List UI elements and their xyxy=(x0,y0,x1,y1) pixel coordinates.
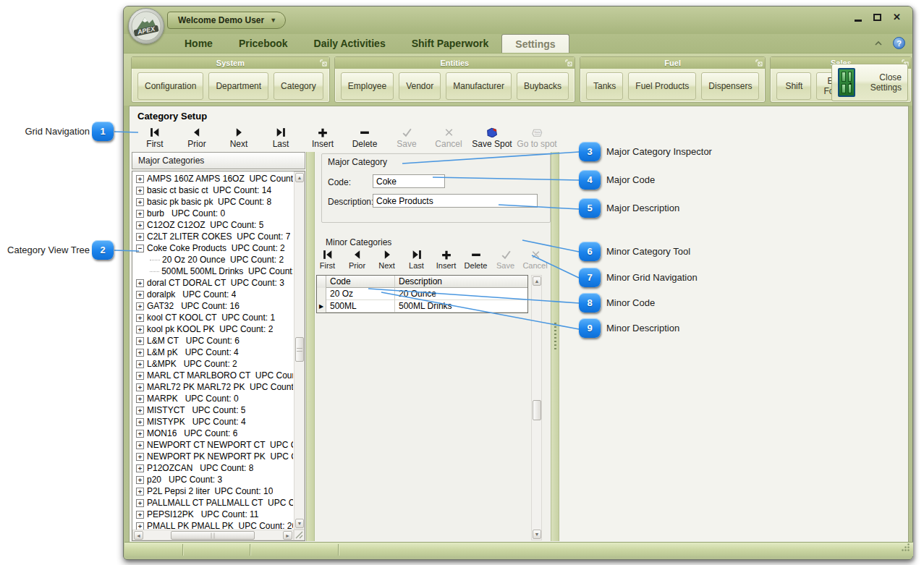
toolbar-button-delete[interactable]: Delete xyxy=(344,125,386,149)
scroll-down-icon[interactable]: ▼ xyxy=(295,519,304,528)
tree-hscroll-thumb[interactable] xyxy=(171,531,255,540)
expand-node-icon[interactable]: + xyxy=(136,326,144,334)
tree-scroll-thumb[interactable] xyxy=(295,337,304,362)
ribbon-button-configuration[interactable]: Configuration xyxy=(137,72,203,100)
tree-item[interactable]: +basic pk basic pk UPC Count: 8 xyxy=(132,196,293,208)
tab-home[interactable]: Home xyxy=(171,34,226,53)
tree-item[interactable]: +PALLMALL CT PALLMALL CT UPC Count: 1 xyxy=(132,497,293,509)
expand-node-icon[interactable]: + xyxy=(136,430,144,438)
expand-node-icon[interactable]: + xyxy=(136,372,144,380)
expand-node-icon[interactable]: + xyxy=(136,522,144,530)
expand-node-icon[interactable]: + xyxy=(136,511,144,519)
tree-item[interactable]: +kool pk KOOL PK UPC Count: 2 xyxy=(132,323,293,335)
ribbon-button-category[interactable]: Category xyxy=(274,72,323,100)
tree-item[interactable]: 500ML 500ML Drinks UPC Count: 0 xyxy=(132,265,293,277)
major-description-input[interactable] xyxy=(373,194,538,208)
collapse-ribbon-button[interactable] xyxy=(871,38,886,49)
close-settings-button[interactable]: Close Settings xyxy=(831,64,908,101)
ribbon-button-buybacks[interactable]: Buybacks xyxy=(517,72,569,100)
left-splitter[interactable] xyxy=(306,152,315,541)
tree-resize-grip[interactable] xyxy=(294,530,305,540)
grid-row[interactable]: 20 Oz20 Ounce xyxy=(317,288,527,300)
dialog-launcher-icon[interactable] xyxy=(320,59,327,67)
expand-node-icon[interactable]: + xyxy=(136,187,144,195)
tree-item[interactable]: +doral CT DORAL CT UPC Count: 3 xyxy=(132,277,293,289)
tree-horizontal-scrollbar[interactable]: ◄ ► xyxy=(132,530,294,540)
tree-item[interactable]: +C2LT 2LITER COKES UPC Count: 7 xyxy=(132,231,293,242)
minor-scroll-thumb[interactable] xyxy=(533,400,541,420)
tree-vertical-scrollbar[interactable]: ▲ ▼ xyxy=(294,171,305,530)
tree-item[interactable]: +P2L Pepsi 2 liter UPC Count: 10 xyxy=(132,485,293,497)
help-button[interactable]: ? xyxy=(893,37,905,49)
toolbar-button-first[interactable]: First xyxy=(313,247,342,270)
grid-cell-code[interactable]: 500ML xyxy=(326,300,395,313)
tree-item[interactable]: −Coke Coke Products UPC Count: 2 xyxy=(132,242,293,254)
toolbar-button-first[interactable]: First xyxy=(134,125,176,149)
expand-node-icon[interactable]: + xyxy=(136,210,144,218)
expand-node-icon[interactable]: + xyxy=(136,418,144,426)
scroll-left-icon[interactable]: ◄ xyxy=(134,531,143,540)
tree-item[interactable]: +C12OZ C12OZ UPC Count: 5 xyxy=(132,219,293,231)
tab-shift-paperwork[interactable]: Shift Paperwork xyxy=(399,34,502,53)
expand-node-icon[interactable]: + xyxy=(136,453,144,461)
minimize-button[interactable] xyxy=(855,14,862,22)
grid-row[interactable]: ▶500ML500ML Drinks xyxy=(317,300,527,313)
expand-node-icon[interactable]: + xyxy=(136,383,144,391)
ribbon-button-tanks[interactable]: Tanks xyxy=(586,72,623,100)
tree-item[interactable]: +MISTYCT UPC Count: 5 xyxy=(132,404,293,416)
scroll-up-icon[interactable]: ▲ xyxy=(533,276,541,286)
ribbon-button-shift[interactable]: Shift xyxy=(776,72,811,100)
expand-node-icon[interactable]: + xyxy=(136,175,144,183)
expand-node-icon[interactable]: + xyxy=(136,198,144,206)
ribbon-button-employee[interactable]: Employee xyxy=(341,72,394,100)
grid-cell-code[interactable]: 20 Oz xyxy=(326,288,395,300)
expand-node-icon[interactable]: + xyxy=(136,360,144,368)
tree-item[interactable]: +MON16 UPC Count: 6 xyxy=(132,428,293,439)
scroll-up-icon[interactable]: ▲ xyxy=(295,173,304,182)
expand-node-icon[interactable]: + xyxy=(136,279,144,287)
tree-item[interactable]: +MARL72 PK MARL72 PK UPC Count: 5 xyxy=(132,381,293,393)
toolbar-button-last[interactable]: Last xyxy=(260,125,302,149)
expand-node-icon[interactable]: + xyxy=(136,291,144,299)
expand-node-icon[interactable]: + xyxy=(136,395,144,403)
tree-item[interactable]: +basic ct basic ct UPC Count: 14 xyxy=(132,184,293,196)
toolbar-button-prior[interactable]: Prior xyxy=(342,247,372,270)
expand-node-icon[interactable]: + xyxy=(136,464,144,472)
expand-node-icon[interactable]: + xyxy=(136,221,144,229)
collapse-node-icon[interactable]: − xyxy=(136,245,144,252)
tree-item[interactable]: +burb UPC Count: 0 xyxy=(132,208,293,219)
expand-node-icon[interactable]: + xyxy=(136,349,144,357)
grid-col-description[interactable]: Description xyxy=(395,276,527,288)
tree-item[interactable]: +NEWPORT PK NEWPORT PK UPC Count: 2 xyxy=(132,451,293,462)
expand-node-icon[interactable]: + xyxy=(136,407,144,415)
tree-item[interactable]: +AMPS 160Z AMPS 16OZ UPC Count: 5 xyxy=(132,173,293,184)
category-tree[interactable]: +AMPS 160Z AMPS 16OZ UPC Count: 5+basic … xyxy=(132,171,305,541)
grid-cell-description[interactable]: 20 Ounce xyxy=(395,288,527,300)
tree-item[interactable]: +p20 UPC Count: 3 xyxy=(132,474,293,485)
expand-node-icon[interactable]: + xyxy=(136,488,144,496)
expand-node-icon[interactable]: + xyxy=(136,314,144,322)
window-resize-grip[interactable] xyxy=(901,542,910,555)
toolbar-button-delete[interactable]: Delete xyxy=(461,247,491,270)
scroll-down-icon[interactable]: ▼ xyxy=(533,530,541,539)
toolbar-button-insert[interactable]: Insert xyxy=(302,125,344,149)
dialog-launcher-icon[interactable] xyxy=(755,59,763,67)
close-button[interactable]: ✕ xyxy=(893,12,901,22)
grid-cell-description[interactable]: 500ML Drinks xyxy=(395,300,527,313)
tab-daily-activities[interactable]: Daily Activities xyxy=(301,34,399,53)
toolbar-button-next[interactable]: Next xyxy=(218,125,260,149)
expand-node-icon[interactable]: + xyxy=(136,499,144,507)
toolbar-button-save-spot[interactable]: Save Spot xyxy=(470,125,514,149)
ribbon-button-dispensers[interactable]: Dispensers xyxy=(701,72,759,100)
tree-item[interactable]: +P12OZCAN UPC Count: 8 xyxy=(132,462,293,474)
tree-item[interactable]: +PEPSI12PK UPC Count: 11 xyxy=(132,509,293,520)
tree-item[interactable]: +L&M pK UPC Count: 4 xyxy=(132,347,293,358)
minor-categories-grid[interactable]: Code Description 20 Oz20 Ounce▶500ML500M… xyxy=(316,275,528,313)
right-splitter[interactable] xyxy=(551,152,559,541)
tree-item[interactable]: +L&MPK UPC Count: 2 xyxy=(132,358,293,370)
grid-col-code[interactable]: Code xyxy=(326,276,395,288)
tab-pricebook[interactable]: Pricebook xyxy=(226,34,301,53)
tree-item[interactable]: +MARL CT MARLBORO CT UPC Count: 2 xyxy=(132,370,293,381)
tree-item[interactable]: +NEWPORT CT NEWPORT CT UPC Count: 2 xyxy=(132,439,293,451)
ribbon-button-manufacturer[interactable]: Manufacturer xyxy=(446,72,512,100)
